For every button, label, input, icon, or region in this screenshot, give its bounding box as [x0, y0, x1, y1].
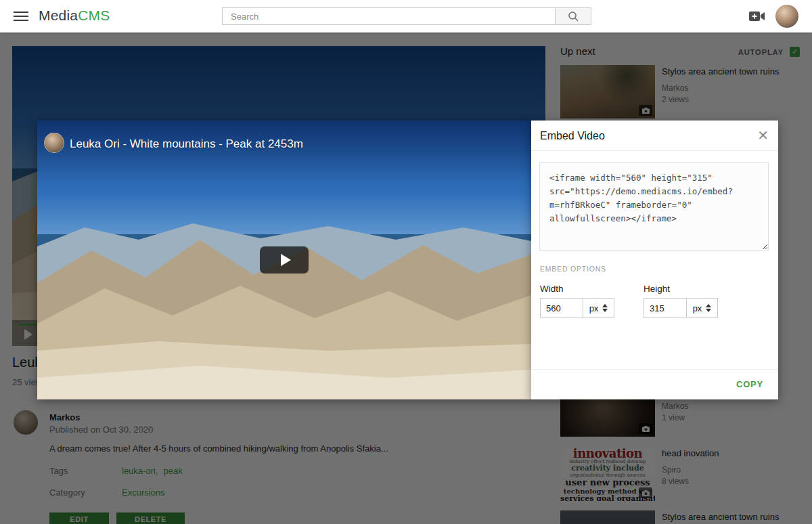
video-camera-plus-icon [748, 10, 766, 22]
dialog-header: Embed Video ✕ [531, 121, 778, 151]
preview-video-title[interactable]: Leuka Ori - White mountains - Peak at 24… [70, 137, 303, 151]
height-unit-value: px [693, 303, 702, 313]
embed-preview-player[interactable]: Leuka Ori - White mountains - Peak at 24… [37, 121, 531, 399]
height-label: Height [644, 284, 670, 294]
search-input[interactable] [222, 7, 563, 25]
mediacms-page: Leuka Ori - White mountains - Peak at 24… [0, 0, 812, 524]
width-label: Width [540, 284, 564, 294]
embed-video-dialog: Embed Video ✕ <iframe width="560" height… [531, 121, 778, 399]
add-media-icon[interactable] [748, 10, 766, 22]
dialog-footer: COPY [531, 369, 778, 399]
logo-cms-text: CMS [78, 7, 110, 23]
spinner-icon [706, 304, 711, 312]
embed-code-textarea[interactable]: <iframe width="560" height="315" src="ht… [539, 162, 769, 250]
height-input[interactable] [644, 298, 687, 318]
width-unit-select[interactable]: px [583, 298, 614, 318]
menu-icon[interactable] [14, 12, 28, 21]
width-unit-value: px [589, 303, 599, 313]
top-bar: MediaCMS [0, 0, 812, 32]
search-icon [568, 11, 579, 22]
play-icon [281, 254, 291, 266]
play-button[interactable] [260, 246, 309, 274]
search-button[interactable] [555, 7, 591, 25]
title-shade-gradient [37, 121, 531, 181]
logo[interactable]: MediaCMS [39, 7, 110, 24]
user-avatar[interactable] [775, 5, 798, 28]
close-icon[interactable]: ✕ [757, 127, 769, 144]
logo-media-text: Media [39, 7, 78, 23]
height-unit-select[interactable]: px [686, 298, 718, 318]
spinner-icon [602, 304, 608, 312]
dialog-title: Embed Video [540, 130, 605, 142]
preview-author-avatar[interactable] [44, 133, 64, 153]
embed-options-label: EMBED OPTIONS [540, 265, 606, 273]
copy-button[interactable]: COPY [732, 378, 767, 390]
width-input[interactable] [540, 298, 583, 318]
